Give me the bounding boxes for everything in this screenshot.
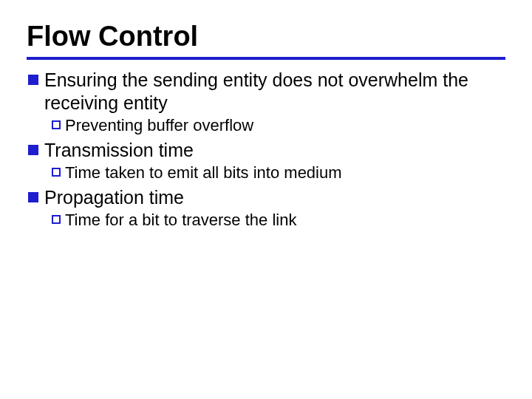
slide: Flow Control Ensuring the sending entity… (0, 0, 532, 231)
bullet-level2: Preventing buffer overflow (52, 115, 505, 136)
bullet-level2: Time for a bit to traverse the link (52, 210, 505, 231)
hollow-square-bullet-icon (52, 120, 61, 129)
bullet-text: Transmission time (44, 139, 505, 162)
hollow-square-bullet-icon (52, 215, 61, 224)
bullet-text: Time taken to emit all bits into medium (65, 163, 505, 183)
square-bullet-icon (28, 75, 38, 85)
bullet-text: Propagation time (44, 186, 505, 209)
hollow-square-bullet-icon (52, 168, 61, 177)
bullet-level1: Ensuring the sending entity does not ove… (28, 69, 505, 114)
bullet-level2: Time taken to emit all bits into medium (52, 163, 505, 183)
bullet-text: Time for a bit to traverse the link (65, 210, 505, 231)
title-rule (27, 57, 505, 60)
bullet-text: Preventing buffer overflow (65, 115, 505, 136)
square-bullet-icon (28, 192, 38, 202)
bullet-text: Ensuring the sending entity does not ove… (44, 69, 505, 114)
bullet-level1: Propagation time (28, 186, 505, 209)
slide-content: Ensuring the sending entity does not ove… (27, 69, 505, 231)
slide-title: Flow Control (27, 21, 505, 52)
square-bullet-icon (28, 145, 38, 155)
bullet-level1: Transmission time (28, 139, 505, 162)
